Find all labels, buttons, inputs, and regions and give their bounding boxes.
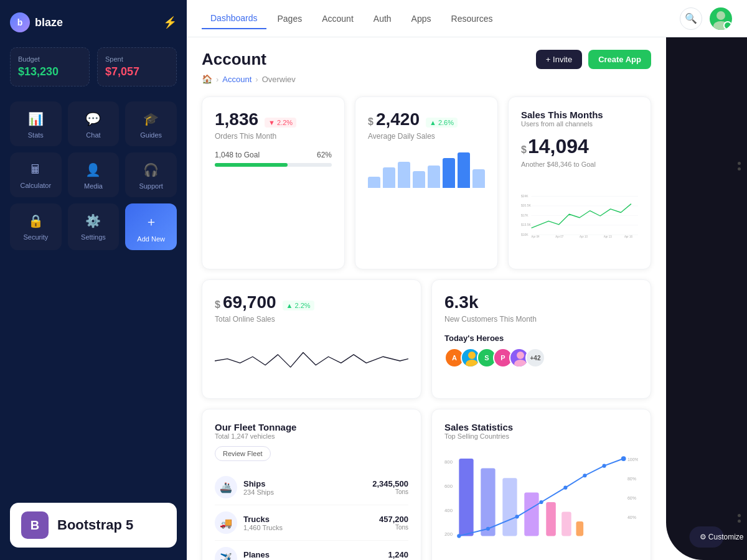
- heroes-label: Today's Heroes: [444, 334, 638, 343]
- svg-text:40%: 40%: [627, 515, 636, 520]
- nav-item-stats[interactable]: 📊 Stats: [10, 101, 62, 146]
- fleet-item-trucks: 🚚 Trucks 1,460 Trucks 457,200 Tons: [215, 505, 408, 541]
- user-avatar[interactable]: [710, 7, 732, 30]
- spent-label: Spent: [105, 55, 169, 63]
- goal-label: 1,048 to Goal: [215, 151, 260, 159]
- online-sales-card: $ 69,700 ▲ 2.2% Total Online Sales: [202, 279, 421, 399]
- sales-month-amount: 14,094: [528, 135, 589, 158]
- orders-progress-label: 1,048 to Goal 62%: [215, 151, 332, 159]
- wavy-chart: [215, 336, 408, 386]
- customize-button[interactable]: ⚙ Customize: [690, 526, 724, 548]
- budget-value: $13,230: [18, 65, 82, 78]
- panel-dots-2: [738, 514, 741, 523]
- bar-6: [443, 158, 455, 188]
- svg-text:$20.5K: $20.5K: [521, 204, 531, 207]
- menu-icon[interactable]: ⚡: [163, 16, 177, 29]
- nav-link-resources[interactable]: Resources: [443, 9, 502, 29]
- sales-month-title: Sales This Months: [521, 110, 638, 120]
- svg-text:60%: 60%: [627, 496, 636, 500]
- breadcrumb-current: Overwiev: [262, 75, 296, 84]
- fleet-item-planes: ✈️ Planes 8 Aircrafts 1,240 Tons: [215, 541, 408, 560]
- daily-sales-badge: ▲ 2.6%: [426, 118, 458, 128]
- online-sales-badge: ▲ 2.2%: [283, 301, 314, 310]
- orders-value: 1,836: [215, 110, 258, 129]
- svg-point-34: [515, 515, 519, 518]
- plane-icon: ✈️: [215, 547, 237, 560]
- media-icon: 👤: [85, 162, 101, 177]
- svg-text:Apr 04: Apr 04: [532, 235, 540, 238]
- logo-icon: b: [10, 12, 30, 32]
- chat-icon: 💬: [85, 111, 101, 126]
- budget-card: Budget $13,230: [10, 47, 90, 86]
- dollar-prefix: $: [368, 116, 374, 128]
- page-header: Account + Invite Create App: [202, 50, 651, 69]
- svg-point-1: [713, 21, 728, 30]
- bar-1: [368, 177, 380, 188]
- dot-3: [738, 514, 741, 517]
- bootstrap-text: Bootstrap 5: [57, 517, 133, 533]
- nav-label-chat: Chat: [86, 131, 100, 139]
- svg-rect-30: [561, 512, 571, 536]
- fleet-title: Our Fleet Tonnage: [215, 422, 408, 432]
- review-fleet-button[interactable]: Review Fleet: [215, 446, 271, 461]
- goal-pct: 62%: [317, 151, 332, 159]
- daily-sales-value: 2,420: [376, 110, 420, 129]
- svg-point-17: [468, 352, 476, 359]
- new-customers-value: 6.3k: [444, 292, 479, 312]
- nav-item-add-new[interactable]: ＋ Add New: [125, 203, 177, 250]
- sales-stats-subtitle: Top Selling Countries: [444, 432, 638, 440]
- sales-goal-text: Another $48,346 to Goal: [521, 161, 638, 168]
- daily-sales-card: $ 2,420 ▲ 2.6% Average Daily Sales: [355, 96, 498, 269]
- svg-text:$13.5K: $13.5K: [521, 223, 531, 226]
- nav-grid: 📊 Stats 💬 Chat 🎓 Guides 🖩 Calculator 👤 M…: [10, 101, 177, 250]
- nav-label-security: Security: [23, 233, 48, 241]
- support-icon: 🎧: [143, 162, 159, 177]
- stats-icon: 📊: [28, 111, 44, 126]
- nav-item-calculator[interactable]: 🖩 Calculator: [10, 152, 62, 197]
- nav-link-auth[interactable]: Auth: [365, 9, 400, 29]
- nav-label-add-new: Add New: [137, 235, 165, 243]
- nav-label-settings: Settings: [81, 233, 106, 241]
- bar-4: [413, 171, 425, 188]
- svg-point-32: [457, 534, 461, 538]
- new-customers-card: 6.3k New Customers This Month Today's He…: [431, 279, 651, 399]
- nav-label-guides: Guides: [140, 131, 162, 139]
- dot-4: [738, 520, 741, 523]
- svg-point-38: [602, 464, 606, 468]
- nav-link-account[interactable]: Account: [313, 9, 362, 29]
- nav-item-settings[interactable]: ⚙️ Settings: [68, 203, 120, 250]
- svg-text:Apr 10: Apr 10: [580, 235, 588, 238]
- invite-button[interactable]: + Invite: [536, 50, 582, 69]
- settings-icon: ⚙️: [85, 213, 101, 228]
- svg-text:Apr 16: Apr 16: [624, 235, 633, 238]
- svg-point-39: [621, 456, 626, 461]
- nav-item-media[interactable]: 👤 Media: [68, 152, 120, 197]
- dot-2: [738, 167, 741, 170]
- fleet-card: Our Fleet Tonnage Total 1,247 vehicles R…: [202, 409, 421, 560]
- home-icon[interactable]: 🏠: [202, 74, 212, 84]
- sales-month-subtitle: Users from all channels: [521, 120, 638, 128]
- nav-item-security[interactable]: 🔒 Security: [10, 203, 62, 250]
- add-new-icon: ＋: [145, 213, 157, 230]
- svg-rect-25: [459, 459, 473, 536]
- orders-progress-bar: [215, 163, 332, 167]
- svg-point-37: [583, 474, 586, 477]
- spent-value: $7,057: [105, 65, 169, 78]
- nav-item-chat[interactable]: 💬 Chat: [68, 101, 120, 146]
- new-customers-label: New Customers This Month: [444, 315, 638, 324]
- nav-item-support[interactable]: 🎧 Support: [125, 152, 177, 197]
- security-icon: 🔒: [28, 213, 44, 228]
- search-button[interactable]: 🔍: [680, 7, 702, 30]
- svg-text:400: 400: [444, 508, 453, 513]
- svg-text:600: 600: [444, 483, 453, 489]
- nav-link-dashboards[interactable]: Dashboards: [202, 8, 266, 29]
- nav-link-pages[interactable]: Pages: [269, 9, 311, 29]
- breadcrumb-account[interactable]: Account: [222, 75, 251, 84]
- heroes-avatars: A S P +42: [444, 348, 638, 368]
- nav-item-guides[interactable]: 🎓 Guides: [125, 101, 177, 146]
- svg-text:$17K: $17K: [521, 214, 529, 217]
- bootstrap-badge: B Bootstrap 5: [10, 503, 177, 548]
- create-app-button[interactable]: Create App: [588, 50, 651, 69]
- nav-link-apps[interactable]: Apps: [403, 9, 440, 29]
- svg-rect-31: [576, 521, 583, 536]
